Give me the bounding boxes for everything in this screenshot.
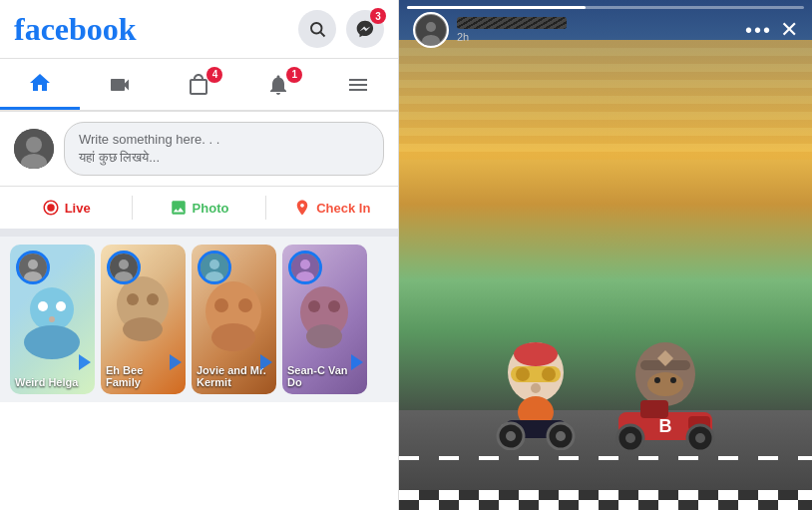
- svg-rect-40: [559, 490, 579, 500]
- svg-point-62: [531, 383, 541, 393]
- svg-point-33: [300, 259, 310, 269]
- svg-point-83: [695, 433, 705, 443]
- svg-point-8: [56, 301, 66, 311]
- messenger-button[interactable]: 3: [346, 10, 384, 48]
- svg-point-61: [542, 367, 556, 381]
- svg-point-75: [670, 377, 676, 383]
- svg-point-19: [119, 259, 129, 269]
- svg-point-24: [211, 323, 255, 351]
- characters-area: B: [399, 340, 812, 450]
- stories-section: Weird Helga Eh Bee Family: [0, 237, 398, 402]
- live-button[interactable]: Live: [0, 193, 132, 223]
- svg-rect-50: [539, 500, 559, 510]
- svg-point-67: [506, 431, 516, 441]
- svg-point-3: [26, 137, 42, 153]
- svg-point-60: [516, 367, 530, 381]
- left-panel: facebook 3: [0, 0, 399, 510]
- tab-marketplace[interactable]: 4: [160, 61, 239, 109]
- post-input[interactable]: Write something here. . . यहां कुछ लिखये…: [64, 122, 384, 176]
- svg-point-58: [514, 342, 558, 366]
- svg-point-12: [28, 259, 38, 269]
- svg-rect-53: [658, 500, 678, 510]
- action-bar: Live Photo Check In: [0, 187, 398, 237]
- svg-rect-45: [758, 490, 778, 500]
- post-placeholder-line2: यहां कुछ लिखये...: [79, 149, 369, 167]
- svg-point-81: [625, 433, 635, 443]
- svg-point-23: [238, 298, 252, 312]
- svg-point-5: [47, 205, 55, 213]
- char1-panda: [491, 340, 581, 450]
- svg-rect-56: [778, 500, 798, 510]
- story-arrow-2: [170, 354, 182, 370]
- svg-point-16: [147, 293, 159, 305]
- svg-point-74: [654, 377, 660, 383]
- story-user-avatar: [413, 12, 449, 48]
- svg-rect-44: [718, 490, 738, 500]
- svg-point-31: [306, 324, 342, 348]
- svg-rect-47: [419, 500, 439, 510]
- svg-point-85: [426, 22, 436, 32]
- tab-notifications[interactable]: 1: [238, 61, 318, 109]
- tab-menu[interactable]: [318, 61, 398, 109]
- story-more-button[interactable]: •••: [745, 19, 772, 42]
- svg-point-29: [308, 300, 320, 312]
- svg-point-30: [328, 300, 340, 312]
- post-placeholder-line1: Write something here. . .: [79, 131, 369, 149]
- svg-point-6: [30, 287, 74, 331]
- checkin-button[interactable]: Check In: [266, 193, 398, 223]
- story-card-2[interactable]: Eh Bee Family: [101, 245, 186, 394]
- svg-rect-52: [618, 500, 638, 510]
- story-card-3[interactable]: Jovie and Mr. Kermit: [192, 245, 276, 394]
- svg-rect-48: [459, 500, 479, 510]
- photo-button[interactable]: Photo: [133, 193, 264, 223]
- marketplace-badge: 4: [206, 67, 222, 83]
- app-logo: facebook: [14, 11, 137, 48]
- story-user-name: [457, 17, 567, 29]
- svg-rect-36: [399, 490, 419, 500]
- svg-rect-55: [738, 500, 758, 510]
- notifications-badge: 1: [286, 67, 302, 83]
- svg-point-69: [556, 431, 566, 441]
- svg-point-9: [49, 316, 55, 322]
- story-arrow-4: [351, 354, 363, 370]
- svg-rect-51: [579, 500, 599, 510]
- story-arrow-1: [79, 354, 91, 370]
- svg-rect-41: [599, 490, 618, 500]
- story-time: 2h: [457, 31, 737, 43]
- messenger-badge: 3: [370, 8, 386, 24]
- track-dashes: [399, 456, 812, 460]
- svg-point-17: [123, 317, 163, 341]
- header-icons: 3: [298, 10, 384, 48]
- svg-rect-42: [638, 490, 658, 500]
- svg-point-7: [38, 301, 48, 311]
- story-arrow-3: [260, 354, 272, 370]
- story-header: 2h ••• ✕: [399, 0, 812, 60]
- app-header: facebook 3: [0, 0, 398, 59]
- svg-rect-43: [678, 490, 698, 500]
- story-card-4[interactable]: Sean-C Van Do: [282, 245, 367, 394]
- svg-rect-46: [798, 490, 812, 500]
- svg-point-15: [127, 293, 139, 305]
- tab-video[interactable]: [80, 61, 160, 109]
- nav-tabs: 4 1: [0, 59, 398, 112]
- svg-line-1: [320, 32, 324, 36]
- svg-rect-38: [479, 490, 499, 500]
- svg-point-22: [214, 298, 228, 312]
- story-label-1: Weird Helga: [10, 376, 95, 388]
- svg-rect-37: [439, 490, 459, 500]
- char2-bear: B: [610, 340, 720, 450]
- story-card-1[interactable]: Weird Helga: [10, 245, 95, 394]
- user-avatar: [14, 129, 54, 169]
- svg-text:B: B: [659, 416, 672, 436]
- tab-home[interactable]: [0, 59, 80, 110]
- svg-rect-49: [499, 500, 519, 510]
- svg-point-73: [647, 372, 683, 396]
- search-button[interactable]: [298, 10, 336, 48]
- svg-rect-39: [519, 490, 539, 500]
- svg-point-0: [311, 23, 322, 34]
- svg-point-26: [209, 259, 219, 269]
- svg-rect-54: [698, 500, 718, 510]
- svg-point-10: [24, 325, 80, 359]
- story-close-button[interactable]: ✕: [780, 17, 798, 43]
- story-viewer: B 2h ••• ✕: [399, 0, 812, 510]
